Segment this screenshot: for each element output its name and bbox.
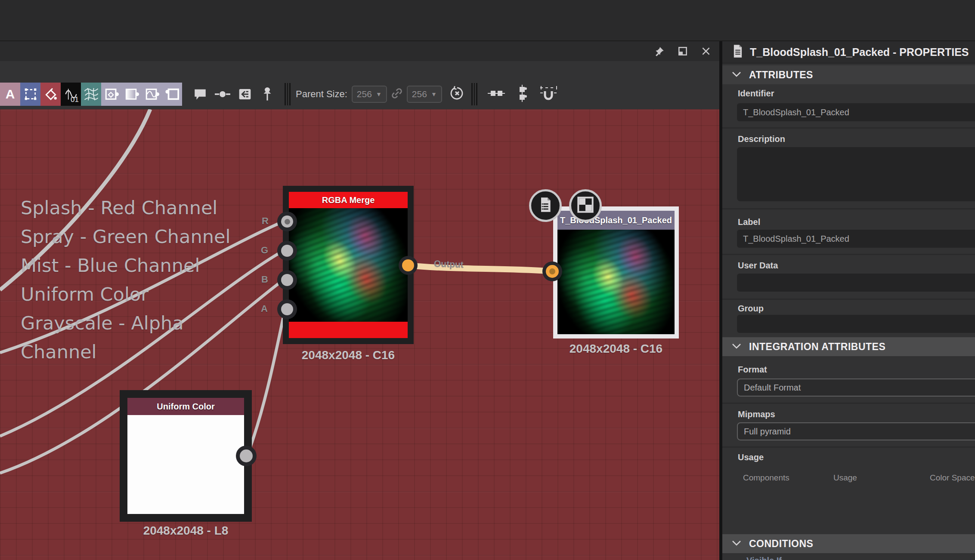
shape-node-button[interactable] — [162, 83, 182, 106]
node-packed-output[interactable]: T_BloodSplash_01_Packed — [553, 206, 679, 338]
comment-line: Mist - Blue Channel — [21, 251, 230, 280]
field-divider — [722, 403, 975, 404]
parent-height-dropdown[interactable]: 256 ▼ — [407, 86, 442, 103]
properties-panel: T_BloodSplash_01_Packed - PROPERTIES ATT… — [722, 41, 975, 560]
rgba-merge-caption: 2048x2048 - C16 — [283, 348, 414, 362]
transparency-badge[interactable] — [569, 189, 602, 222]
section-title: CONDITIONS — [749, 538, 813, 550]
field-divider — [722, 298, 975, 300]
rgba-input-port-g[interactable] — [277, 241, 297, 261]
comment-line: Channel — [21, 338, 230, 366]
parent-width-value: 256 — [357, 89, 372, 99]
section-attributes[interactable]: ATTRIBUTES — [722, 65, 975, 84]
wire-output-band[interactable] — [408, 265, 552, 271]
toolbar-separator — [471, 83, 477, 105]
chevron-down-icon — [732, 71, 741, 79]
node-rgba-merge[interactable]: RGBA Merge — [283, 186, 414, 344]
curve-01-tool-button[interactable]: 01 — [61, 83, 81, 106]
graph-toolbar: A 01 — [0, 61, 719, 109]
input-label-r: R — [262, 215, 269, 227]
section-integration-attributes[interactable]: INTEGRATION ATTRIBUTES — [722, 337, 975, 356]
graph-comment[interactable]: Splash - Red Channel Spray - Green Chann… — [21, 194, 230, 366]
parent-height-value: 256 — [412, 89, 427, 99]
curve-node-button[interactable] — [142, 83, 162, 106]
rgba-input-port-b[interactable] — [277, 270, 297, 290]
align-horizontal-icon[interactable] — [488, 88, 505, 100]
document-list-icon — [537, 196, 554, 215]
rgba-input-port-a[interactable] — [277, 299, 297, 319]
uniform-color-header: Uniform Color — [127, 398, 244, 415]
chevron-down-icon — [732, 540, 741, 548]
description-textarea[interactable] — [737, 147, 975, 201]
uniform-color-caption: 2048x2048 - L8 — [120, 524, 252, 538]
parent-width-dropdown[interactable]: 256 ▼ — [352, 86, 387, 103]
section-title: INTEGRATION ATTRIBUTES — [749, 341, 885, 353]
uniform-color-thumbnail — [127, 415, 244, 514]
wire-uniform-to-a-input[interactable] — [247, 309, 285, 456]
uniform-color-output-port[interactable] — [236, 446, 257, 466]
pin-tool-button[interactable] — [256, 83, 279, 106]
identifier-label: Identifier — [738, 89, 774, 98]
field-divider — [722, 254, 975, 255]
fill-node-button[interactable] — [101, 83, 121, 106]
rgba-merge-header: RGBA Merge — [289, 192, 408, 208]
section-conditions[interactable]: CONDITIONS — [722, 534, 975, 553]
node-attributes-badge[interactable] — [529, 189, 562, 222]
field-divider — [722, 127, 975, 129]
snap-magnet-icon[interactable] — [539, 85, 557, 103]
link-icon[interactable] — [390, 87, 403, 102]
usage-column-color-space: Color Space — [930, 473, 975, 483]
field-divider — [722, 208, 975, 209]
align-vertical-icon[interactable] — [517, 85, 527, 104]
input-label-b: B — [261, 274, 268, 285]
comment-line: Uniform Color — [21, 280, 230, 309]
pane-divider[interactable] — [719, 41, 722, 560]
top-empty-strip — [0, 0, 975, 41]
mipmaps-select[interactable]: Full pyramid — [737, 422, 975, 440]
gradient-node-button[interactable] — [121, 83, 142, 106]
group-input[interactable] — [737, 315, 975, 333]
rgba-merge-footer-band — [289, 322, 408, 338]
chevron-down-icon — [732, 343, 741, 351]
usage-column-usage: Usage — [833, 473, 857, 483]
curve-01-glyph: 01 — [71, 95, 79, 104]
rgba-output-port[interactable] — [399, 256, 418, 275]
comment-line: Grayscale - Alpha — [21, 309, 230, 338]
comment-line: Spray - Green Channel — [21, 222, 230, 251]
user-data-input[interactable] — [737, 274, 975, 292]
graph-editor-pane: A 01 — [0, 41, 719, 560]
identifier-input[interactable]: T_BloodSplash_01_Packed — [737, 103, 975, 121]
field-divider — [722, 446, 975, 448]
pin-icon[interactable] — [652, 44, 667, 58]
parent-size-label: Parent Size: — [296, 89, 347, 100]
input-label-a: A — [261, 303, 268, 314]
pattern-tool-button[interactable] — [81, 83, 101, 106]
packed-input-port[interactable] — [542, 262, 562, 281]
graph-window-titlebar — [0, 41, 719, 61]
app-window: A 01 — [0, 0, 975, 560]
properties-header: T_BloodSplash_01_Packed - PROPERTIES — [722, 41, 975, 64]
visible-if-label: Visible If — [746, 556, 782, 560]
label-input[interactable]: T_BloodSplash_01_Packed — [737, 230, 975, 248]
rgba-input-port-r[interactable] — [277, 212, 297, 231]
text-tool-button[interactable]: A — [0, 83, 20, 106]
reset-size-icon[interactable] — [449, 85, 465, 103]
usage-label: Usage — [738, 452, 764, 462]
dot-node-tool-button[interactable] — [211, 83, 234, 106]
packed-node-thumbnail — [557, 230, 675, 334]
section-title: ATTRIBUTES — [749, 69, 813, 81]
float-window-icon[interactable] — [675, 44, 690, 58]
group-label: Group — [738, 304, 764, 314]
close-icon[interactable] — [699, 44, 713, 58]
frame-tool-button[interactable] — [234, 83, 256, 106]
properties-title: T_BloodSplash_01_Packed - PROPERTIES — [750, 46, 969, 58]
comment-tool-button[interactable] — [189, 83, 211, 106]
format-label: Format — [738, 365, 767, 375]
toolbar-separator — [285, 83, 291, 105]
graph-canvas[interactable]: Splash - Red Channel Spray - Green Chann… — [0, 109, 719, 560]
marquee-select-button[interactable] — [20, 83, 40, 106]
format-select[interactable]: Default Format — [737, 378, 975, 397]
window-controls — [652, 44, 713, 58]
node-uniform-color[interactable]: Uniform Color — [120, 390, 252, 522]
fill-tool-button[interactable] — [40, 83, 61, 106]
